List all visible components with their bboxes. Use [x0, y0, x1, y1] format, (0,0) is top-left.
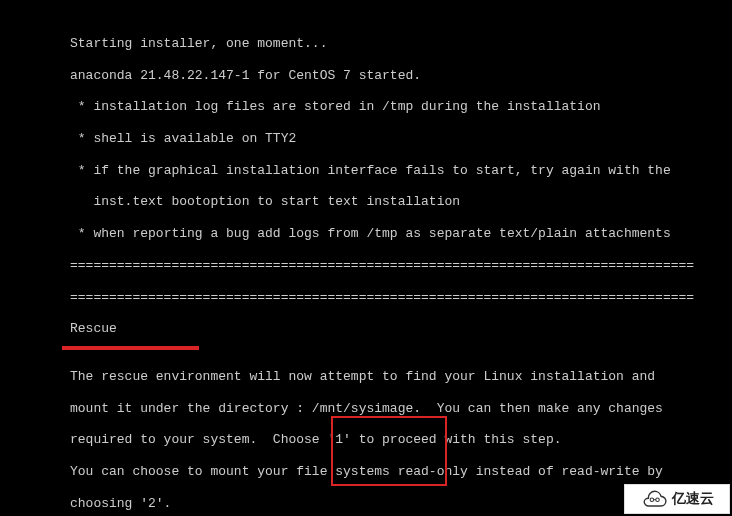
divider-line: ========================================…: [70, 290, 722, 306]
boot-line: Starting installer, one moment...: [70, 36, 722, 52]
boot-line: * if the graphical installation interfac…: [70, 163, 722, 179]
boot-line: * shell is available on TTY2: [70, 131, 722, 147]
watermark: 亿速云: [624, 484, 730, 514]
svg-point-0: [650, 498, 654, 502]
rescue-body: The rescue environment will now attempt …: [70, 369, 722, 385]
boot-line: * installation log files are stored in /…: [70, 99, 722, 115]
highlight-box: [331, 416, 447, 486]
boot-line: anaconda 21.48.22.147-1 for CentOS 7 sta…: [70, 68, 722, 84]
svg-point-1: [656, 498, 660, 502]
cloud-logo-icon: [640, 490, 668, 508]
watermark-text: 亿速云: [672, 490, 714, 507]
divider-line: ========================================…: [70, 258, 722, 274]
boot-line: * when reporting a bug add logs from /tm…: [70, 226, 722, 242]
highlight-underline: [62, 346, 199, 350]
boot-line: inst.text bootoption to start text insta…: [70, 194, 722, 210]
rescue-title: Rescue: [70, 321, 722, 337]
rescue-body: mount it under the directory : /mnt/sysi…: [70, 401, 722, 417]
